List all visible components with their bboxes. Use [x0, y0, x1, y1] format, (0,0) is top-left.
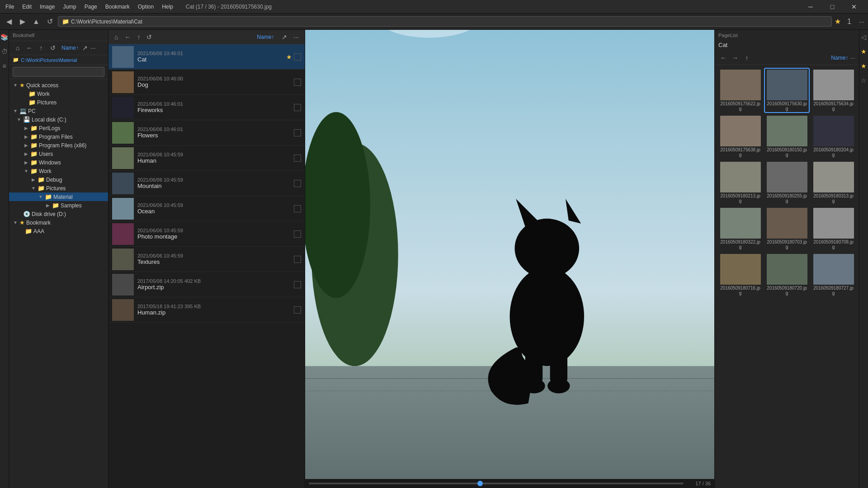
file-checkbox[interactable]: [294, 155, 301, 162]
file-list-back-button[interactable]: ←: [122, 33, 133, 42]
work-tree-toggle[interactable]: ▼: [24, 169, 29, 174]
file-item[interactable]: 2021/06/06 10:45:59Photo montage: [108, 221, 305, 247]
menu-image[interactable]: Image: [38, 3, 57, 11]
file-list-share-button[interactable]: ↗: [279, 33, 289, 42]
page-list-item[interactable]: 20160509180150.jpg: [765, 115, 809, 158]
favorite-star-button[interactable]: ★: [835, 17, 841, 26]
tree-aaa[interactable]: 📁 AAA: [9, 227, 108, 235]
minimize-button[interactable]: ─: [800, 0, 821, 14]
file-item[interactable]: 2021/06/06 10:46:01Fireworks: [108, 95, 305, 120]
file-checkbox[interactable]: [294, 104, 301, 111]
windows-toggle[interactable]: ▶: [24, 160, 29, 165]
history-icon[interactable]: ⏱: [0, 46, 9, 57]
file-item[interactable]: 2021/06/06 10:45:59Ocean: [108, 196, 305, 221]
nav-back-button[interactable]: ◀: [4, 16, 14, 27]
tree-pictures[interactable]: ▼ 📁 Pictures: [9, 184, 108, 192]
tree-debug[interactable]: ▶ 📁 Debug: [9, 175, 108, 184]
program-files-toggle[interactable]: ▶: [24, 134, 29, 139]
file-list-up-button[interactable]: ↑: [135, 33, 142, 42]
sidebar-refresh-button[interactable]: ↺: [48, 43, 58, 53]
page-list-item[interactable]: 20160509180322.jpg: [718, 207, 762, 250]
file-item[interactable]: 2021/06/06 10:46:01Cat★: [108, 44, 305, 70]
address-path-box[interactable]: 📁 C:\Work\Pictures\Material\Cat: [58, 16, 832, 27]
file-item[interactable]: 2021/06/06 10:46:01Flowers: [108, 120, 305, 145]
page-list-item[interactable]: 20160509180716.jpg: [718, 253, 762, 296]
page-list-item[interactable]: 20160509180703.jpg: [765, 207, 809, 250]
pc-toggle[interactable]: ▼: [13, 108, 18, 113]
tree-program-files[interactable]: ▶ 📁 Program Files: [9, 132, 108, 141]
file-item[interactable]: 2021/06/06 10:45:59Human: [108, 145, 305, 171]
file-checkbox[interactable]: [294, 281, 301, 288]
sidebar-search-input[interactable]: [13, 67, 104, 77]
scroll-thumb[interactable]: [477, 481, 483, 486]
sidebar-more-button[interactable]: ···: [90, 44, 96, 52]
page-list-item[interactable]: 20160509180204.jpg: [811, 115, 855, 158]
file-list-more-button[interactable]: ···: [291, 33, 301, 42]
local-disk-toggle[interactable]: ▼: [16, 117, 22, 122]
page-list-forward-button[interactable]: →: [730, 53, 740, 63]
maximize-button[interactable]: □: [822, 0, 843, 14]
tree-disk-d[interactable]: 💿 Disk drive (D:): [9, 210, 108, 218]
material-toggle[interactable]: ▼: [38, 194, 43, 199]
right-tag-icon[interactable]: ☆: [859, 75, 868, 86]
tree-quick-access[interactable]: ▼ ★ Quick access: [9, 81, 108, 89]
page-list-item[interactable]: 20160509175634.jpg: [811, 69, 855, 112]
tree-program-files-x86[interactable]: ▶ 📁 Program Files (x86): [9, 141, 108, 150]
right-back-icon[interactable]: ◁: [859, 32, 868, 42]
menu-jump[interactable]: Jump: [61, 3, 78, 11]
program-files-x86-toggle[interactable]: ▶: [24, 143, 29, 148]
right-star-icon[interactable]: ★: [859, 46, 868, 57]
page-list-item[interactable]: 20160509180708.jpg: [811, 207, 855, 250]
file-checkbox[interactable]: [294, 129, 301, 136]
sidebar-back-button[interactable]: ←: [24, 43, 34, 53]
tree-qa-work[interactable]: 📁 Work: [9, 89, 108, 98]
file-list-home-button[interactable]: ⌂: [112, 33, 120, 42]
page-list-sort-button[interactable]: Name↑: [831, 55, 848, 61]
file-checkbox[interactable]: [294, 230, 301, 238]
tree-qa-pictures[interactable]: 📁 Pictures: [9, 98, 108, 107]
tree-samples[interactable]: ▶ 📁 Samples: [9, 201, 108, 210]
tree-pc[interactable]: ▼ 💻 PC: [9, 107, 108, 115]
file-checkbox[interactable]: [294, 256, 301, 263]
tree-users[interactable]: ▶ 📁 Users: [9, 150, 108, 158]
file-item[interactable]: 2021/06/06 10:46:00Dog: [108, 70, 305, 95]
page-list-back-button[interactable]: ←: [718, 53, 728, 63]
menu-page[interactable]: Page: [83, 3, 99, 11]
file-list-sort-label[interactable]: Name↑: [257, 34, 274, 40]
tree-material[interactable]: ▼ 📁 Material: [9, 192, 108, 201]
scroll-track[interactable]: [309, 483, 684, 484]
samples-toggle[interactable]: ▶: [45, 203, 51, 208]
file-checkbox[interactable]: [294, 180, 301, 187]
nav-forward-button[interactable]: ▶: [17, 16, 28, 27]
file-item[interactable]: 2021/06/06 10:45:59Textures: [108, 247, 305, 272]
tree-perflogs[interactable]: ▶ 📁 PerlLogs: [9, 124, 108, 132]
page-list-item[interactable]: 20160509175622.jpg: [718, 69, 762, 112]
sidebar-share-button[interactable]: ↗: [82, 44, 88, 52]
file-checkbox[interactable]: [294, 306, 301, 314]
page-list-item[interactable]: 20160509180313.jpg: [811, 161, 855, 204]
menu-file[interactable]: File: [4, 3, 16, 11]
nav-refresh-button[interactable]: ↺: [44, 16, 55, 27]
menu-edit[interactable]: Edit: [20, 3, 33, 11]
page-list-item[interactable]: 20160509175638.jpg: [718, 115, 762, 158]
tree-bookmark[interactable]: ▼ ★ Bookmark: [9, 218, 108, 227]
menu-option[interactable]: Option: [136, 3, 156, 11]
file-list-refresh-button[interactable]: ↺: [144, 33, 154, 42]
menu-help[interactable]: Help: [160, 3, 175, 11]
page-list-item[interactable]: 20160509180255.jpg: [765, 161, 809, 204]
page-list-item[interactable]: 20160509180720.jpg: [765, 253, 809, 296]
sidebar-sort-button[interactable]: Name↑: [61, 45, 79, 51]
bookshelf-icon[interactable]: 📚: [0, 32, 10, 42]
page-number-button[interactable]: 1: [844, 16, 854, 27]
tree-local-disk[interactable]: ▼ 💾 Local disk (C:): [9, 115, 108, 124]
sidebar-home-button[interactable]: ⌂: [13, 43, 23, 53]
tree-windows[interactable]: ▶ 📁 Windows: [9, 158, 108, 167]
file-checkbox[interactable]: [294, 53, 301, 61]
tree-work[interactable]: ▼ 📁 Work: [9, 167, 108, 175]
file-checkbox[interactable]: [294, 205, 301, 212]
close-button[interactable]: ✕: [844, 0, 864, 14]
page-list-item[interactable]: 20160509180727.jpg: [811, 253, 855, 296]
page-list-more-button[interactable]: ···: [850, 54, 855, 61]
quick-access-toggle[interactable]: ▼: [13, 83, 18, 88]
image-viewer[interactable]: 17 / 36: [305, 30, 714, 488]
